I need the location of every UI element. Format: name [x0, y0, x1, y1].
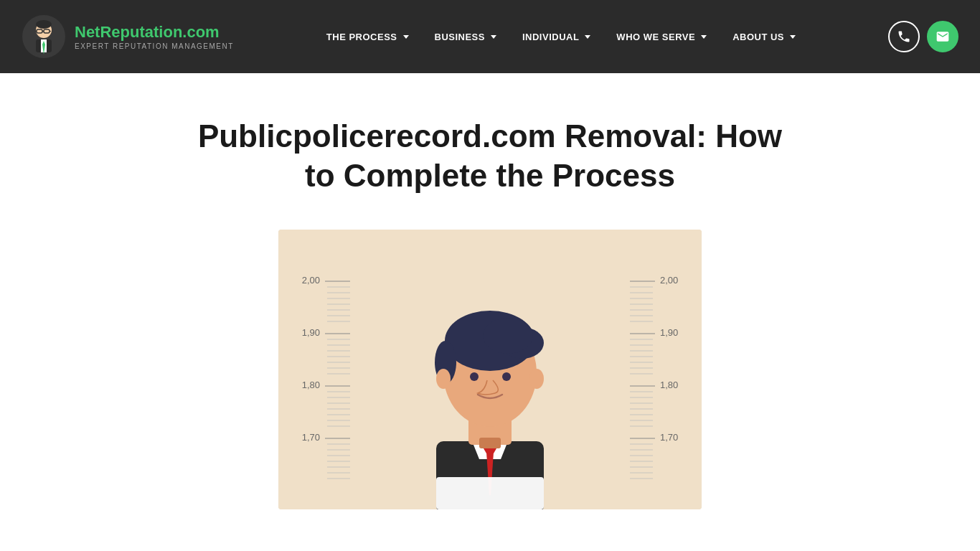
- svg-text:1,70: 1,70: [660, 432, 678, 443]
- svg-point-98: [436, 369, 451, 389]
- logo-link[interactable]: NetReputation.com EXPERT REPUTATION MANA…: [22, 14, 234, 59]
- chevron-down-icon: [585, 35, 590, 39]
- nav-item-about-us[interactable]: ABOUT US: [720, 32, 809, 42]
- nav-item-individual[interactable]: INDIVIDUAL: [509, 32, 603, 42]
- svg-text:2,00: 2,00: [302, 275, 320, 286]
- logo-name-part2: .com: [182, 23, 219, 41]
- nav-link-business[interactable]: BUSINESS: [422, 32, 509, 42]
- logo-tagline: EXPERT REPUTATION MANAGEMENT: [75, 42, 234, 50]
- email-button[interactable]: [927, 21, 958, 52]
- phone-icon: [897, 29, 911, 44]
- svg-text:1,90: 1,90: [302, 327, 320, 338]
- main-content: Publicpolicerecord.com Removal: How to C…: [0, 73, 980, 509]
- logo-text: NetReputation.com EXPERT REPUTATION MANA…: [75, 23, 234, 50]
- nav-item-process[interactable]: THE PROCESS: [314, 32, 422, 42]
- svg-text:1,90: 1,90: [660, 327, 678, 338]
- nav-link-individual[interactable]: INDIVIDUAL: [509, 32, 603, 42]
- chevron-down-icon: [403, 35, 409, 39]
- chevron-down-icon: [701, 35, 707, 39]
- nav-item-business[interactable]: BUSINESS: [422, 32, 509, 42]
- svg-text:1,80: 1,80: [660, 380, 678, 390]
- logo-name-part1: NetReputation: [75, 23, 182, 41]
- svg-rect-88: [436, 477, 544, 509]
- svg-point-99: [529, 369, 544, 389]
- nav-link-who-we-serve[interactable]: WHO WE SERVE: [603, 32, 720, 42]
- nav-item-who-we-serve[interactable]: WHO WE SERVE: [603, 32, 720, 42]
- nav-actions: [888, 21, 958, 52]
- nav-link-about-us[interactable]: ABOUT US: [720, 32, 809, 42]
- svg-text:2,00: 2,00: [660, 275, 678, 286]
- navbar: NetReputation.com EXPERT REPUTATION MANA…: [0, 0, 980, 73]
- svg-rect-90: [479, 438, 501, 448]
- logo-icon: [22, 14, 66, 59]
- chevron-down-icon: [491, 35, 496, 39]
- svg-point-2: [36, 20, 52, 29]
- phone-button[interactable]: [888, 21, 920, 52]
- svg-text:1,80: 1,80: [302, 380, 320, 390]
- nav-links: THE PROCESS BUSINESS INDIVIDUAL WHO WE S…: [314, 32, 809, 42]
- chevron-down-icon: [790, 35, 796, 39]
- nav-link-process[interactable]: THE PROCESS: [314, 32, 422, 42]
- svg-point-95: [483, 318, 533, 354]
- svg-text:1,70: 1,70: [302, 432, 320, 443]
- mugshot-image: 2,00 1,90 1,80: [278, 230, 702, 509]
- svg-point-97: [502, 372, 511, 381]
- article-title: Publicpolicerecord.com Removal: How to C…: [182, 116, 798, 195]
- mugshot-illustration: 2,00 1,90 1,80: [278, 230, 702, 509]
- svg-point-96: [470, 372, 479, 381]
- email-icon: [936, 29, 950, 44]
